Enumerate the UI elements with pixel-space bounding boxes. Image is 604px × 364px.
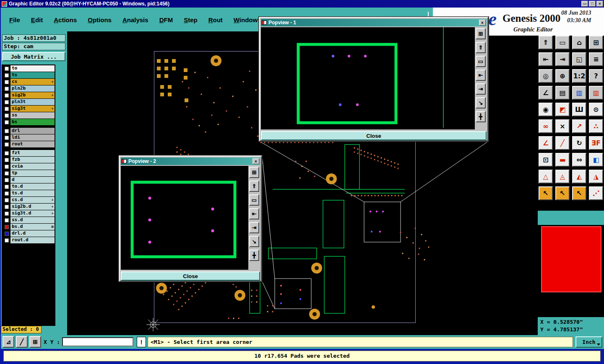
- diagonal-measure-icon[interactable]: ╱: [16, 336, 28, 348]
- menu-item[interactable]: Step: [184, 16, 198, 23]
- layer-visibility-checkbox[interactable]: [3, 183, 10, 190]
- layer-name[interactable]: ts.d: [10, 190, 55, 196]
- layer-row[interactable]: drl.d: [3, 230, 55, 237]
- layer-name[interactable]: bs.d⊞: [10, 224, 55, 230]
- layer-row[interactable]: ss.d: [3, 217, 55, 223]
- layer-visibility-checkbox[interactable]: [3, 79, 10, 85]
- layer-row[interactable]: sig2b.d✈: [3, 204, 55, 210]
- grid-toggle-icon[interactable]: ⊞: [29, 336, 41, 348]
- layer-name[interactable]: sig3t.d✈: [10, 210, 55, 217]
- send-up-icon[interactable]: ⇑: [476, 42, 486, 53]
- layer-row[interactable]: cs.d✈: [3, 197, 55, 203]
- select-dots-icon[interactable]: ⋰: [589, 186, 603, 200]
- scatter-pads-icon[interactable]: ∴: [589, 119, 603, 133]
- layer-name[interactable]: ts: [10, 72, 55, 78]
- layer-name[interactable]: fzt: [10, 150, 55, 156]
- layer-name[interactable]: drl.d: [10, 230, 55, 237]
- zoom-target-icon[interactable]: ◎: [539, 69, 553, 83]
- popview-1-titlebar[interactable]: Popview - 1 ×: [261, 19, 487, 26]
- popview-1-close-button[interactable]: Close: [261, 131, 487, 140]
- layer-visibility-checkbox[interactable]: [3, 99, 10, 105]
- layer-visibility-checkbox[interactable]: [3, 157, 10, 163]
- layer-name[interactable]: cvia: [10, 163, 55, 170]
- layer-name[interactable]: sig2b✈: [10, 92, 55, 98]
- minimize-button[interactable]: —: [581, 1, 588, 7]
- layer-row[interactable]: bs: [3, 119, 55, 125]
- layer-name[interactable]: tp: [10, 170, 55, 176]
- layer-row[interactable]: tp: [3, 170, 55, 176]
- resize-icon[interactable]: ↘: [249, 236, 259, 247]
- new-window-icon[interactable]: ⊞: [476, 28, 486, 39]
- layer-row[interactable]: ts: [3, 72, 55, 78]
- layer-visibility-checkbox[interactable]: [3, 134, 10, 141]
- move-pad-icon[interactable]: ↗: [572, 119, 586, 133]
- dock-right-icon[interactable]: ⇥: [476, 83, 486, 95]
- measure-icon[interactable]: ∠: [539, 86, 553, 100]
- layer-name[interactable]: rout: [10, 141, 55, 147]
- layer-name[interactable]: to.d: [10, 183, 55, 190]
- layer-visibility-checkbox[interactable]: [3, 106, 10, 112]
- maximize-button[interactable]: □: [589, 1, 596, 7]
- layer-visibility-checkbox[interactable]: [3, 170, 10, 176]
- layer-visibility-checkbox[interactable]: [3, 163, 10, 170]
- layer-row[interactable]: ldi: [3, 134, 55, 141]
- layer-row[interactable]: cs✈: [3, 79, 55, 85]
- layer-visibility-checkbox[interactable]: [3, 150, 10, 156]
- layer-name[interactable]: bs: [10, 119, 55, 125]
- layer-visibility-checkbox[interactable]: [3, 217, 10, 223]
- rotate-icon[interactable]: ↻: [572, 136, 586, 150]
- slope-icon[interactable]: ╱: [555, 136, 570, 150]
- comb-icon[interactable]: Ш: [572, 103, 586, 116]
- close-button[interactable]: ×: [596, 1, 603, 7]
- layer-visibility-checkbox[interactable]: [3, 65, 10, 72]
- menu-item[interactable]: Options: [88, 16, 112, 23]
- triangle-dot-icon[interactable]: ◬: [555, 170, 570, 183]
- send-up-icon[interactable]: ⇑: [249, 181, 259, 192]
- layer-visibility-checkbox[interactable]: [3, 230, 10, 237]
- layer-visibility-checkbox[interactable]: [3, 85, 10, 92]
- layer-visibility-checkbox[interactable]: [3, 237, 10, 243]
- overview-red-box[interactable]: [541, 226, 601, 292]
- layer-row[interactable]: sig2b✈: [3, 92, 55, 98]
- layers-icon[interactable]: ≡: [589, 52, 603, 66]
- layer-visibility-checkbox[interactable]: [3, 92, 10, 98]
- units-dropdown[interactable]: Inch: [575, 336, 602, 348]
- pad-icon[interactable]: ◉: [539, 103, 553, 116]
- menu-item[interactable]: Rout: [208, 16, 223, 23]
- screen-icon[interactable]: ▭: [555, 36, 570, 49]
- layer-name[interactable]: cs.d✈: [10, 197, 55, 203]
- pan-icon[interactable]: ╋: [476, 111, 486, 122]
- tile-windows-icon[interactable]: ⊞: [589, 36, 603, 49]
- linked-pads-icon[interactable]: ∞: [539, 119, 553, 133]
- layer-name[interactable]: sig3t✈: [10, 106, 55, 112]
- layer-visibility-checkbox[interactable]: [3, 190, 10, 196]
- grid-icon[interactable]: ▤: [555, 86, 570, 100]
- layer-visibility-checkbox[interactable]: [3, 177, 10, 183]
- layer-row[interactable]: to.d: [3, 183, 55, 190]
- select-cursor-3-icon[interactable]: ↖: [572, 186, 586, 200]
- menu-item[interactable]: DFM: [159, 16, 173, 23]
- help-icon[interactable]: ?: [589, 69, 603, 83]
- layer-row[interactable]: pln3t: [3, 99, 55, 105]
- menu-item[interactable]: Edit: [31, 16, 43, 23]
- popview-1-close-icon[interactable]: ×: [479, 20, 486, 26]
- popview-2-close-icon[interactable]: ×: [253, 158, 259, 164]
- command-history-button[interactable]: !: [137, 337, 146, 347]
- popview-2-close-button[interactable]: Close: [121, 271, 260, 281]
- layer-name[interactable]: cs✈: [10, 79, 55, 85]
- dock-right-icon[interactable]: ⇥: [555, 52, 570, 66]
- job-matrix-button[interactable]: Job Matrix ...: [2, 52, 65, 61]
- screen-icon[interactable]: ▭: [249, 194, 259, 206]
- layer-name[interactable]: rout.d: [10, 237, 55, 243]
- popview-2-canvas[interactable]: [121, 166, 248, 270]
- pan-icon[interactable]: ╋: [249, 250, 259, 261]
- select-cursor-2-icon[interactable]: ↖: [555, 186, 570, 200]
- layer-row[interactable]: sig3t✈: [3, 106, 55, 112]
- swap-half-icon[interactable]: ◧: [589, 153, 603, 167]
- mirror-icon[interactable]: ƎF: [589, 136, 603, 150]
- layer-name[interactable]: d: [10, 177, 55, 183]
- layer-name[interactable]: pln3t: [10, 99, 55, 105]
- dock-left-icon[interactable]: ⇤: [249, 208, 259, 219]
- layer-name[interactable]: pln2b: [10, 85, 55, 92]
- layer-row[interactable]: cvia: [3, 163, 55, 170]
